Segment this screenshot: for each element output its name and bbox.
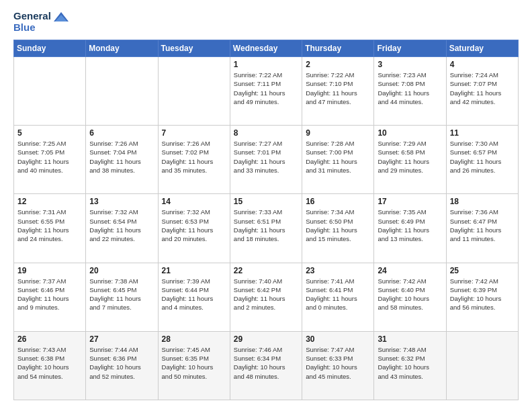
day-number: 9	[306, 128, 370, 138]
day-info: Sunrise: 7:46 AM Sunset: 6:34 PM Dayligh…	[234, 345, 298, 381]
day-number: 24	[378, 266, 442, 275]
day-info: Sunrise: 7:36 AM Sunset: 6:47 PM Dayligh…	[450, 208, 515, 243]
day-number: 22	[234, 266, 298, 275]
weekday-header: Thursday	[302, 40, 374, 57]
calendar-cell: 12Sunrise: 7:31 AM Sunset: 6:55 PM Dayli…	[14, 194, 86, 263]
weekday-header: Tuesday	[158, 40, 230, 57]
weekday-header-row: SundayMondayTuesdayWednesdayThursdayFrid…	[14, 40, 519, 57]
day-info: Sunrise: 7:26 AM Sunset: 7:04 PM Dayligh…	[89, 139, 154, 175]
calendar-cell: 7Sunrise: 7:26 AM Sunset: 7:02 PM Daylig…	[158, 126, 230, 194]
day-info: Sunrise: 7:30 AM Sunset: 6:57 PM Dayligh…	[450, 139, 515, 175]
calendar-week-row: 12Sunrise: 7:31 AM Sunset: 6:55 PM Dayli…	[14, 194, 519, 263]
calendar-cell	[158, 57, 230, 126]
calendar-cell: 16Sunrise: 7:34 AM Sunset: 6:50 PM Dayli…	[302, 194, 374, 263]
day-number: 7	[162, 128, 226, 138]
calendar-cell: 4Sunrise: 7:24 AM Sunset: 7:07 PM Daylig…	[446, 57, 518, 126]
logo-bird-icon	[54, 12, 69, 21]
day-info: Sunrise: 7:33 AM Sunset: 6:51 PM Dayligh…	[234, 208, 298, 243]
calendar-cell: 20Sunrise: 7:38 AM Sunset: 6:45 PM Dayli…	[86, 263, 158, 331]
day-info: Sunrise: 7:31 AM Sunset: 6:55 PM Dayligh…	[17, 208, 82, 243]
day-number: 10	[378, 128, 442, 138]
day-number: 20	[89, 266, 154, 275]
day-info: Sunrise: 7:27 AM Sunset: 7:01 PM Dayligh…	[234, 139, 298, 175]
logo: General Blue	[13, 11, 69, 33]
day-number: 3	[378, 60, 442, 69]
calendar-table: SundayMondayTuesdayWednesdayThursdayFrid…	[13, 40, 519, 400]
calendar-cell: 18Sunrise: 7:36 AM Sunset: 6:47 PM Dayli…	[446, 194, 518, 263]
logo-text-general: General	[13, 11, 69, 22]
calendar-cell	[446, 331, 518, 400]
calendar-cell: 21Sunrise: 7:39 AM Sunset: 6:44 PM Dayli…	[158, 263, 230, 331]
day-number: 23	[306, 266, 370, 275]
calendar-cell: 9Sunrise: 7:28 AM Sunset: 7:00 PM Daylig…	[302, 126, 374, 194]
day-number: 16	[306, 197, 370, 206]
day-number: 17	[378, 197, 442, 206]
day-number: 14	[162, 197, 226, 206]
day-number: 15	[234, 197, 298, 206]
day-number: 12	[17, 197, 82, 206]
calendar-cell: 22Sunrise: 7:40 AM Sunset: 6:42 PM Dayli…	[230, 263, 302, 331]
day-info: Sunrise: 7:40 AM Sunset: 6:42 PM Dayligh…	[234, 277, 298, 312]
calendar-week-row: 19Sunrise: 7:37 AM Sunset: 6:46 PM Dayli…	[14, 263, 519, 331]
day-info: Sunrise: 7:41 AM Sunset: 6:41 PM Dayligh…	[306, 277, 370, 312]
calendar-cell: 23Sunrise: 7:41 AM Sunset: 6:41 PM Dayli…	[302, 263, 374, 331]
calendar-cell: 30Sunrise: 7:47 AM Sunset: 6:33 PM Dayli…	[302, 331, 374, 400]
calendar-cell: 14Sunrise: 7:32 AM Sunset: 6:53 PM Dayli…	[158, 194, 230, 263]
day-info: Sunrise: 7:38 AM Sunset: 6:45 PM Dayligh…	[89, 277, 154, 312]
calendar-cell: 10Sunrise: 7:29 AM Sunset: 6:58 PM Dayli…	[374, 126, 446, 194]
day-number: 1	[234, 60, 298, 69]
day-info: Sunrise: 7:28 AM Sunset: 7:00 PM Dayligh…	[306, 139, 370, 175]
calendar-cell: 27Sunrise: 7:44 AM Sunset: 6:36 PM Dayli…	[86, 331, 158, 400]
day-info: Sunrise: 7:32 AM Sunset: 6:53 PM Dayligh…	[162, 208, 226, 243]
calendar-cell: 28Sunrise: 7:45 AM Sunset: 6:35 PM Dayli…	[158, 331, 230, 400]
calendar-cell: 19Sunrise: 7:37 AM Sunset: 6:46 PM Dayli…	[14, 263, 86, 331]
calendar-cell: 6Sunrise: 7:26 AM Sunset: 7:04 PM Daylig…	[86, 126, 158, 194]
calendar-cell: 25Sunrise: 7:42 AM Sunset: 6:39 PM Dayli…	[446, 263, 518, 331]
calendar-cell: 24Sunrise: 7:42 AM Sunset: 6:40 PM Dayli…	[374, 263, 446, 331]
day-info: Sunrise: 7:48 AM Sunset: 6:32 PM Dayligh…	[378, 345, 442, 381]
day-info: Sunrise: 7:43 AM Sunset: 6:38 PM Dayligh…	[17, 345, 82, 381]
calendar-week-row: 5Sunrise: 7:25 AM Sunset: 7:05 PM Daylig…	[14, 126, 519, 194]
calendar-cell: 3Sunrise: 7:23 AM Sunset: 7:08 PM Daylig…	[374, 57, 446, 126]
day-info: Sunrise: 7:32 AM Sunset: 6:54 PM Dayligh…	[89, 208, 154, 243]
day-number: 6	[89, 128, 154, 138]
day-number: 11	[450, 128, 515, 138]
calendar-cell: 8Sunrise: 7:27 AM Sunset: 7:01 PM Daylig…	[230, 126, 302, 194]
calendar-cell: 29Sunrise: 7:46 AM Sunset: 6:34 PM Dayli…	[230, 331, 302, 400]
calendar-cell: 13Sunrise: 7:32 AM Sunset: 6:54 PM Dayli…	[86, 194, 158, 263]
day-number: 25	[450, 266, 515, 275]
page: General Blue SundayMondayTuesdayWednesda…	[0, 0, 532, 411]
calendar-cell: 2Sunrise: 7:22 AM Sunset: 7:10 PM Daylig…	[302, 57, 374, 126]
calendar-cell: 26Sunrise: 7:43 AM Sunset: 6:38 PM Dayli…	[14, 331, 86, 400]
day-number: 28	[162, 334, 226, 344]
day-info: Sunrise: 7:39 AM Sunset: 6:44 PM Dayligh…	[162, 277, 226, 312]
day-info: Sunrise: 7:25 AM Sunset: 7:05 PM Dayligh…	[17, 139, 82, 175]
day-info: Sunrise: 7:44 AM Sunset: 6:36 PM Dayligh…	[89, 345, 154, 381]
logo-text-blue: Blue	[13, 22, 69, 34]
calendar-cell: 15Sunrise: 7:33 AM Sunset: 6:51 PM Dayli…	[230, 194, 302, 263]
calendar-cell	[14, 57, 86, 126]
day-number: 19	[17, 266, 82, 275]
calendar-cell: 1Sunrise: 7:22 AM Sunset: 7:11 PM Daylig…	[230, 57, 302, 126]
day-number: 26	[17, 334, 82, 344]
day-info: Sunrise: 7:42 AM Sunset: 6:40 PM Dayligh…	[378, 277, 442, 312]
weekday-header: Saturday	[446, 40, 518, 57]
day-number: 27	[89, 334, 154, 344]
day-number: 31	[378, 334, 442, 344]
calendar-cell: 31Sunrise: 7:48 AM Sunset: 6:32 PM Dayli…	[374, 331, 446, 400]
day-number: 13	[89, 197, 154, 206]
day-number: 30	[306, 334, 370, 344]
day-info: Sunrise: 7:26 AM Sunset: 7:02 PM Dayligh…	[162, 139, 226, 175]
weekday-header: Monday	[86, 40, 158, 57]
day-info: Sunrise: 7:42 AM Sunset: 6:39 PM Dayligh…	[450, 277, 515, 312]
calendar-cell: 17Sunrise: 7:35 AM Sunset: 6:49 PM Dayli…	[374, 194, 446, 263]
day-number: 18	[450, 197, 515, 206]
day-info: Sunrise: 7:34 AM Sunset: 6:50 PM Dayligh…	[306, 208, 370, 243]
day-number: 5	[17, 128, 82, 138]
weekday-header: Sunday	[14, 40, 86, 57]
calendar-cell: 11Sunrise: 7:30 AM Sunset: 6:57 PM Dayli…	[446, 126, 518, 194]
day-number: 8	[234, 128, 298, 138]
day-info: Sunrise: 7:24 AM Sunset: 7:07 PM Dayligh…	[450, 71, 515, 106]
day-info: Sunrise: 7:45 AM Sunset: 6:35 PM Dayligh…	[162, 345, 226, 381]
day-info: Sunrise: 7:35 AM Sunset: 6:49 PM Dayligh…	[378, 208, 442, 243]
